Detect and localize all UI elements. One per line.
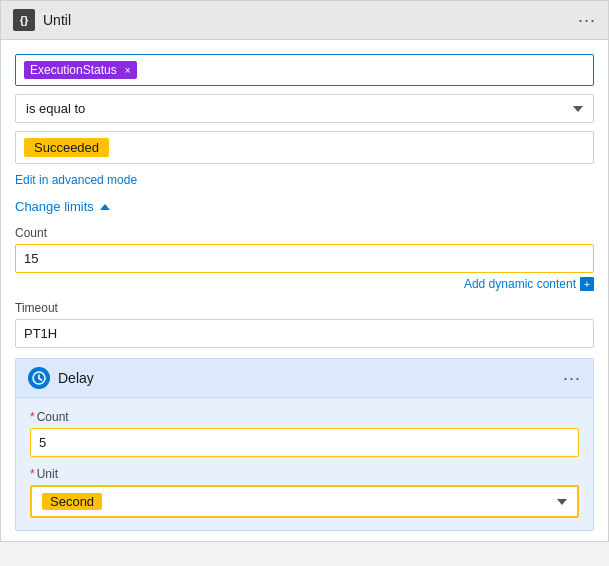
edit-advanced-link[interactable]: Edit in advanced mode — [15, 173, 137, 187]
clock-icon — [32, 371, 46, 385]
delay-count-section: *Count — [30, 410, 579, 457]
add-dynamic-row: Add dynamic content + — [15, 277, 594, 291]
delay-icon — [28, 367, 50, 389]
add-dynamic-icon: + — [580, 277, 594, 291]
unit-dropdown[interactable]: Second — [30, 485, 579, 518]
until-icon: {} — [13, 9, 35, 31]
until-more-button[interactable]: ··· — [578, 10, 596, 31]
until-icon-label: {} — [20, 14, 29, 26]
timeout-input-wrapper — [15, 319, 594, 348]
until-header: {} Until ··· — [1, 1, 608, 40]
delay-header-left: Delay — [28, 367, 94, 389]
delay-header: Delay ··· — [16, 359, 593, 398]
until-body: ExecutionStatus × is equal to Succeeded … — [1, 40, 608, 541]
svg-line-2 — [39, 379, 42, 381]
succeeded-row: Succeeded — [15, 131, 594, 164]
chevron-down-icon — [573, 106, 583, 112]
delay-count-input[interactable] — [30, 428, 579, 457]
token-row[interactable]: ExecutionStatus × — [15, 54, 594, 86]
count-label: Count — [15, 226, 594, 240]
until-title: Until — [43, 12, 71, 28]
condition-dropdown[interactable]: is equal to — [15, 94, 594, 123]
count-required-star: * — [30, 410, 35, 424]
main-container: {} Until ··· ExecutionStatus × is equal … — [0, 0, 609, 542]
delay-title: Delay — [58, 370, 94, 386]
count-section: Count Add dynamic content + — [15, 226, 594, 291]
delay-block: Delay ··· *Count *Unit — [15, 358, 594, 531]
timeout-section: Timeout — [15, 301, 594, 348]
delay-body: *Count *Unit Second — [16, 398, 593, 530]
succeeded-badge: Succeeded — [24, 138, 109, 157]
unit-required-star: * — [30, 467, 35, 481]
timeout-label: Timeout — [15, 301, 594, 315]
token-label: ExecutionStatus — [30, 63, 117, 77]
execution-status-token[interactable]: ExecutionStatus × — [24, 61, 137, 79]
delay-unit-label: *Unit — [30, 467, 579, 481]
unit-chevron-down-icon — [557, 499, 567, 505]
change-limits-button[interactable]: Change limits — [15, 199, 594, 214]
plus-icon: + — [584, 278, 590, 290]
condition-dropdown-value: is equal to — [26, 101, 85, 116]
count-input-wrapper — [15, 244, 594, 273]
until-header-left: {} Until — [13, 9, 71, 31]
change-limits-label: Change limits — [15, 199, 94, 214]
count-input[interactable] — [15, 244, 594, 273]
timeout-input[interactable] — [15, 319, 594, 348]
delay-unit-section: *Unit Second — [30, 467, 579, 518]
add-dynamic-label: Add dynamic content — [464, 277, 576, 291]
token-close-button[interactable]: × — [125, 65, 131, 76]
add-dynamic-content-button[interactable]: Add dynamic content + — [464, 277, 594, 291]
delay-count-label: *Count — [30, 410, 579, 424]
chevron-up-icon — [100, 204, 110, 210]
unit-badge: Second — [42, 493, 102, 510]
delay-more-button[interactable]: ··· — [563, 368, 581, 389]
